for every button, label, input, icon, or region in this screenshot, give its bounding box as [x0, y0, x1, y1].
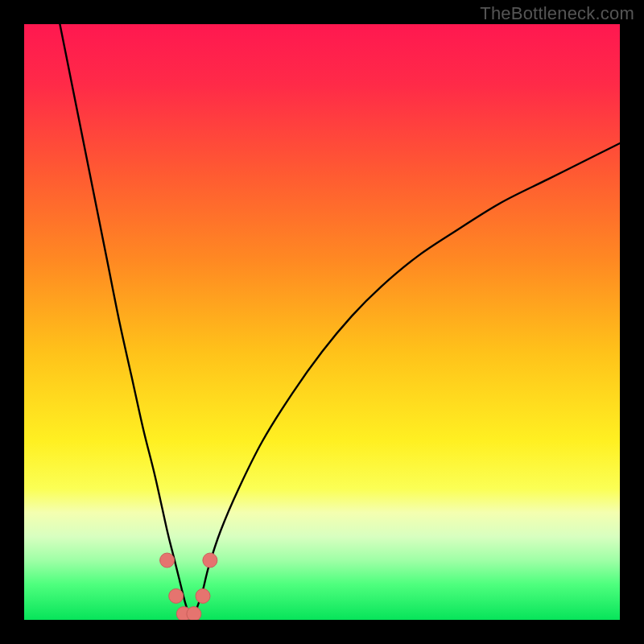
threshold-marker [169, 588, 184, 603]
threshold-marker [196, 588, 210, 603]
threshold-marker [187, 607, 201, 620]
curve-left-branch [60, 24, 191, 620]
outer-frame: TheBottleneck.com [0, 0, 644, 644]
threshold-marker [160, 553, 175, 568]
watermark-text: TheBottleneck.com [480, 3, 634, 24]
curve-right-branch [191, 143, 620, 620]
plot-area [24, 24, 620, 620]
threshold-marker [203, 553, 217, 568]
curve-layer [24, 24, 620, 620]
threshold-markers [160, 553, 217, 620]
